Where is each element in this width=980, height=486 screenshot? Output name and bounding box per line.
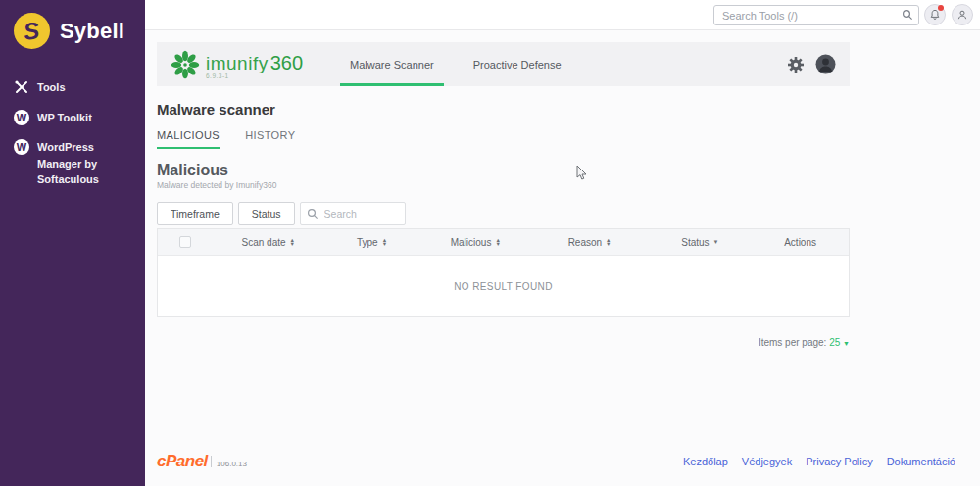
- footer-links: Kezdőlap Védjegyek Privacy Policy Dokume…: [683, 456, 956, 467]
- footer-link-dokumentacio[interactable]: Dokumentáció: [887, 456, 956, 467]
- footer-link-privacy-policy[interactable]: Privacy Policy: [806, 456, 872, 467]
- imunify-brand-text: imunify: [206, 53, 269, 73]
- column-header-malicious[interactable]: Malicious ▲▼: [420, 237, 531, 248]
- page: S Sybell Tools W: [0, 0, 980, 486]
- imunify-logo: imunify360 6.9.3-1: [157, 42, 303, 86]
- items-per-page-select[interactable]: 25: [829, 337, 840, 348]
- imunify-tabs: Malware Scanner Proactive Defense: [330, 42, 580, 86]
- sybell-logo-icon: S: [14, 13, 50, 49]
- wordpress-icon: W: [14, 139, 29, 155]
- sidebar: S Sybell Tools W: [0, 0, 145, 486]
- search-icon: [902, 9, 913, 21]
- brand: S Sybell: [0, 0, 145, 49]
- column-label: Status: [681, 237, 709, 248]
- wordpress-icon: W: [14, 110, 29, 125]
- status-filter-button[interactable]: Status: [238, 202, 295, 225]
- sort-icon[interactable]: ▲▼: [382, 238, 387, 246]
- table-empty-state: NO RESULT FOUND: [158, 256, 849, 316]
- sidebar-item-wp-toolkit[interactable]: W WP Toolkit: [0, 103, 145, 133]
- malware-tabs: MALICIOUS HISTORY: [157, 129, 850, 149]
- column-label: Reason: [568, 237, 602, 248]
- search-tools-input[interactable]: [713, 5, 919, 25]
- malicious-table: Scan date ▲▼ Type ▲▼ Malicious ▲▼ Reason…: [157, 228, 850, 317]
- sidebar-item-label: WordPress Manager by Softaculous: [37, 139, 135, 188]
- main-area: imunify360 6.9.3-1 Malware Scanner Proac…: [145, 0, 980, 486]
- page-title: Malware scanner: [157, 101, 850, 118]
- column-header-actions: Actions: [752, 237, 849, 248]
- column-header-status[interactable]: Status ▼: [649, 237, 753, 248]
- column-label: Scan date: [242, 237, 286, 248]
- items-per-page-label: Items per page:: [759, 337, 826, 348]
- imunify-header-actions: [788, 42, 850, 86]
- timeframe-button[interactable]: Timeframe: [157, 202, 233, 225]
- tab-label: Proactive Defense: [473, 59, 562, 71]
- filter-caret-icon[interactable]: ▼: [713, 239, 719, 245]
- account-button[interactable]: [952, 4, 973, 25]
- imunify-header-bar: imunify360 6.9.3-1 Malware Scanner Proac…: [157, 42, 850, 86]
- imunify-wordmark: imunify360 6.9.3-1: [206, 50, 303, 79]
- tab-malware-scanner[interactable]: Malware Scanner: [330, 42, 454, 86]
- sidebar-menu: Tools W WP Toolkit W WordPress Manager b…: [0, 73, 145, 195]
- search-icon: [307, 208, 318, 219]
- imunify-brand-360: 360: [270, 52, 303, 73]
- footer-divider: [211, 456, 212, 467]
- column-label: Actions: [784, 237, 816, 248]
- tab-malicious[interactable]: MALICIOUS: [157, 129, 220, 149]
- sidebar-item-wordpress-manager[interactable]: W WordPress Manager by Softaculous: [0, 132, 145, 195]
- profile-avatar-icon[interactable]: [815, 54, 836, 74]
- sidebar-item-label: WP Toolkit: [37, 110, 92, 126]
- column-header-scan-date[interactable]: Scan date ▲▼: [213, 237, 323, 248]
- settings-gear-icon[interactable]: [788, 57, 804, 73]
- column-label: Type: [357, 237, 378, 248]
- tab-proactive-defense[interactable]: Proactive Defense: [454, 42, 581, 86]
- sort-icon[interactable]: ▲▼: [290, 238, 295, 246]
- mouse-cursor: [576, 166, 588, 181]
- footer-link-vedjegyek[interactable]: Védjegyek: [742, 456, 792, 467]
- sort-icon[interactable]: ▲▼: [606, 238, 611, 246]
- sidebar-item-tools[interactable]: Tools: [0, 73, 145, 103]
- top-bar: [145, 0, 980, 30]
- section-subtitle: Malware detected by Imunify360: [157, 180, 850, 190]
- cpanel-logo: cPanel: [157, 452, 208, 471]
- tab-label: Malware Scanner: [350, 59, 434, 71]
- empty-message: NO RESULT FOUND: [454, 281, 553, 292]
- footer: cPanel 106.0.13 Kezdőlap Védjegyek Priva…: [157, 452, 956, 471]
- user-icon: [956, 9, 968, 21]
- section-title: Malicious: [157, 162, 850, 179]
- tools-icon: [14, 79, 29, 95]
- pagination: Items per page: 25 ▼: [157, 337, 850, 348]
- table-header-row: Scan date ▲▼ Type ▲▼ Malicious ▲▼ Reason…: [158, 229, 849, 256]
- footer-link-kezdolap[interactable]: Kezdőlap: [683, 456, 728, 467]
- sidebar-item-label: Tools: [37, 79, 66, 96]
- notifications-button[interactable]: [924, 4, 946, 25]
- chevron-down-icon[interactable]: ▼: [843, 340, 850, 347]
- column-header-reason[interactable]: Reason ▲▼: [531, 237, 649, 248]
- cpanel-version: 106.0.13: [217, 456, 247, 468]
- select-all-checkbox[interactable]: [179, 236, 191, 248]
- notification-badge: [938, 5, 944, 11]
- filter-row: Timeframe Status: [157, 202, 850, 225]
- imunify-pinwheel-icon: [171, 50, 200, 79]
- column-label: Malicious: [451, 237, 492, 248]
- column-header-type[interactable]: Type ▲▼: [323, 237, 420, 248]
- brand-name: Sybell: [60, 19, 124, 44]
- tab-history[interactable]: HISTORY: [245, 129, 295, 149]
- sort-icon[interactable]: ▲▼: [495, 238, 500, 246]
